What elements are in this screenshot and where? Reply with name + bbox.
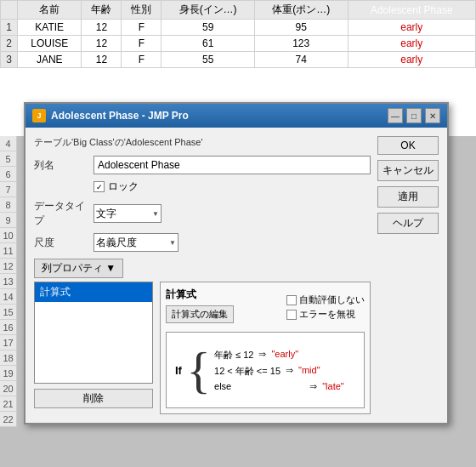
row-numbers: 4 5 6 7 8 9 10 11 12 13 14 15 16 17 18 1…: [0, 136, 17, 427]
col-header-age: 年齢: [82, 1, 122, 20]
field-name-input[interactable]: [94, 156, 371, 174]
formula-result-2: "mid": [298, 365, 320, 378]
scale-row: 尺度 名義尺度 ▼: [34, 233, 371, 252]
cell-sex-1: F: [122, 20, 162, 36]
row-num-extra: 13: [0, 274, 16, 289]
row-num-extra: 14: [0, 289, 16, 305]
cell-age-3: 12: [82, 52, 122, 68]
col-header-weight: 体重(ポン…): [254, 1, 348, 20]
cell-name-1: KATIE: [18, 20, 82, 36]
props-list: 計算式: [34, 282, 153, 384]
auto-eval-label: 自動評価しない: [299, 293, 365, 306]
field-name-label: 列名: [34, 158, 94, 173]
col-header-phase: Adolescent Phase: [348, 1, 476, 20]
formula-arrow-2: ⇒: [286, 365, 293, 378]
scale-select[interactable]: 名義尺度 ▼: [94, 233, 178, 252]
ok-button[interactable]: OK: [377, 136, 439, 155]
minimize-button[interactable]: —: [388, 108, 403, 123]
formula-display: If { 年齢 ≤ 12 ⇒ "early": [166, 332, 365, 408]
cell-sex-3: F: [122, 52, 162, 68]
ignore-error-option[interactable]: エラーを無視: [286, 308, 365, 321]
col-header-sex: 性別: [122, 1, 162, 20]
formula-result-1: "early": [271, 349, 298, 362]
datatype-select[interactable]: 文字 ▼: [94, 204, 162, 223]
formula-header-left: 計算式 計算式の編集: [166, 288, 234, 327]
row-num-extra: 5: [0, 151, 16, 167]
ignore-error-checkbox[interactable]: [286, 310, 297, 320]
formula-options: 自動評価しない エラーを無視: [286, 293, 365, 321]
row-num-1: 1: [1, 20, 18, 36]
row-num-2: 2: [1, 36, 18, 52]
formula-cond-3: else: [214, 381, 231, 392]
cell-height-3: 55: [162, 52, 255, 68]
column-name-row: 列名: [34, 156, 371, 174]
props-dropdown-button[interactable]: 列プロパティ ▼: [34, 259, 123, 278]
datatype-label: データタイプ: [34, 199, 94, 228]
cancel-button[interactable]: キャンセル: [377, 160, 439, 181]
table-row: 1 KATIE 12 F 59 95 early: [1, 20, 476, 36]
cell-height-2: 61: [162, 36, 255, 52]
auto-eval-checkbox[interactable]: [286, 295, 297, 305]
row-num-3: 3: [1, 52, 18, 68]
props-content: 計算式 削除 計算式 計算式の編集: [34, 282, 371, 414]
delete-button[interactable]: 削除: [34, 389, 153, 408]
lock-row: ✓ ロック: [94, 179, 371, 194]
col-header-height: 身長(イン…): [162, 1, 255, 20]
lock-checkbox[interactable]: ✓: [94, 181, 105, 192]
row-num-extra: 16: [0, 320, 16, 335]
dialog-main: テーブル'Big Class'の'Adolescent Phase' 列名 ✓ …: [34, 136, 371, 414]
properties-section: 列プロパティ ▼ 計算式 削除 計算式 計算: [34, 259, 371, 414]
dialog-body: テーブル'Big Class'の'Adolescent Phase' 列名 ✓ …: [26, 128, 447, 423]
scale-arrow-icon: ▼: [169, 239, 176, 247]
cell-weight-3: 74: [254, 52, 348, 68]
row-num-extra: 10: [0, 228, 16, 243]
titlebar-controls: — □ ✕: [388, 108, 440, 123]
apply-button[interactable]: 適用: [377, 186, 439, 208]
formula-line-3: else ⇒ "late": [214, 381, 344, 392]
formula-line-1: 年齢 ≤ 12 ⇒ "early": [214, 349, 344, 362]
formula-edit-button[interactable]: 計算式の編集: [166, 305, 234, 323]
table-row: 3 JANE 12 F 55 74 early: [1, 52, 476, 68]
dialog-icon: J: [32, 109, 46, 122]
cell-name-2: LOUISE: [18, 36, 82, 52]
ignore-error-label: エラーを無視: [299, 308, 355, 321]
datatype-row: データタイプ 文字 ▼: [34, 199, 371, 228]
cell-age-2: 12: [82, 36, 122, 52]
dialog-titlebar[interactable]: J Adolescent Phase - JMP Pro — □ ✕: [26, 104, 447, 128]
formula-section: 計算式 計算式の編集 自動評価しない エラーを無視: [160, 282, 371, 414]
titlebar-left: J Adolescent Phase - JMP Pro: [32, 109, 189, 122]
datatype-arrow-icon: ▼: [152, 210, 159, 218]
close-button[interactable]: ✕: [425, 108, 440, 123]
cell-weight-1: 95: [254, 20, 348, 36]
cell-weight-2: 123: [254, 36, 348, 52]
row-num-extra: 4: [0, 136, 16, 151]
dialog: J Adolescent Phase - JMP Pro — □ ✕ テーブル'…: [24, 102, 449, 424]
props-list-item-formula[interactable]: 計算式: [35, 282, 152, 302]
cell-sex-2: F: [122, 36, 162, 52]
formula-content: { 年齢 ≤ 12 ⇒ "early" 12 < 年齢 <= 15: [186, 345, 344, 396]
cell-height-1: 59: [162, 20, 255, 36]
help-button[interactable]: ヘルプ: [377, 213, 439, 234]
scale-value: 名義尺度: [96, 236, 137, 250]
formula-header: 計算式 計算式の編集 自動評価しない エラーを無視: [166, 288, 365, 327]
formula-if-label: If: [175, 364, 182, 377]
formula-title: 計算式: [166, 288, 234, 302]
row-num-extra: 20: [0, 381, 16, 396]
formula-lines: 年齢 ≤ 12 ⇒ "early" 12 < 年齢 <= 15 ⇒ "mid": [214, 349, 344, 392]
maximize-button[interactable]: □: [406, 108, 422, 123]
table-row: 2 LOUISE 12 F 61 123 early: [1, 36, 476, 52]
formula-arrow-1: ⇒: [258, 349, 266, 362]
cell-phase-1: early: [348, 20, 476, 36]
cell-phase-3: early: [348, 52, 476, 68]
cell-age-1: 12: [82, 20, 122, 36]
row-num-extra: 18: [0, 350, 16, 366]
dialog-title: Adolescent Phase - JMP Pro: [51, 110, 189, 122]
formula-line-2: 12 < 年齢 <= 15 ⇒ "mid": [214, 365, 344, 378]
lock-label: ロック: [108, 179, 139, 194]
row-num-extra: 7: [0, 182, 16, 197]
row-num-extra: 11: [0, 243, 16, 259]
open-brace-icon: {: [186, 345, 211, 396]
row-num-extra: 9: [0, 213, 16, 228]
auto-eval-option[interactable]: 自動評価しない: [286, 293, 365, 306]
row-num-extra: 22: [0, 412, 16, 427]
